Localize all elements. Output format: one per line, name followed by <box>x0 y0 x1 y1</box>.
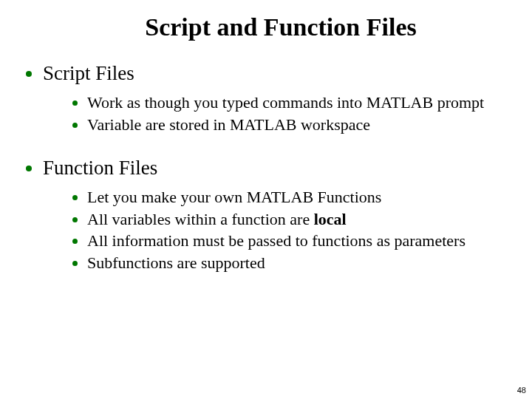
item-text: Let you make your own MATLAB Functions <box>87 188 381 206</box>
section-function-files: Function Files Let you make your own MAT… <box>43 157 510 273</box>
item-text: Subfunctions are supported <box>87 253 265 272</box>
list-item: All information must be passed to functi… <box>87 231 510 251</box>
page-number: 48 <box>517 386 526 395</box>
list-item: All variables within a function are loca… <box>87 209 510 230</box>
list-item: Work as though you typed commands into M… <box>87 92 510 113</box>
bold-word: local <box>314 210 347 228</box>
item-text: All variables within a function are loca… <box>87 210 347 228</box>
list-item: Variable are stored in MATLAB workspace <box>87 115 510 135</box>
slide-title: Script and Function Files <box>22 13 510 41</box>
item-text: Work as though you typed commands into M… <box>87 93 484 112</box>
bullet-list-level2: Let you make your own MATLAB Functions A… <box>43 187 510 273</box>
bullet-list-level1: Script Files Work as though you typed co… <box>22 62 510 273</box>
slide: Script and Function Files Script Files W… <box>0 0 532 399</box>
section-script-files: Script Files Work as though you typed co… <box>43 62 510 134</box>
section-heading: Function Files <box>43 157 157 179</box>
section-heading: Script Files <box>43 62 134 84</box>
list-item: Let you make your own MATLAB Functions <box>87 187 510 208</box>
list-item: Subfunctions are supported <box>87 253 510 273</box>
bullet-list-level2: Work as though you typed commands into M… <box>43 92 510 134</box>
item-text: All information must be passed to functi… <box>87 231 466 250</box>
item-text: Variable are stored in MATLAB workspace <box>87 115 370 134</box>
